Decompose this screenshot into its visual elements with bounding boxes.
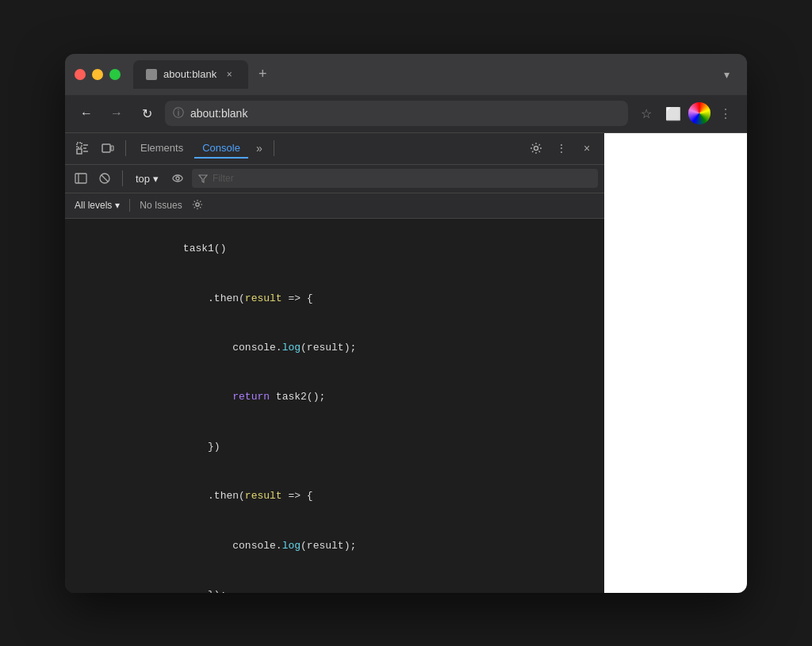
issues-settings-button[interactable] (192, 199, 203, 212)
nav-bar: ← → ↻ ⓘ about:blank ☆ ⬜ ⋮ (65, 95, 747, 133)
devtools-more-button[interactable]: ⋮ (550, 137, 573, 159)
devtools-settings-button[interactable] (525, 137, 547, 159)
more-tabs-button[interactable]: » (251, 139, 267, 158)
bookmark-button[interactable]: ☆ (634, 101, 658, 125)
context-label: top (136, 173, 150, 185)
toolbar-separator-2 (274, 140, 274, 156)
console-filter[interactable]: Filter (192, 169, 598, 188)
svg-point-7 (534, 147, 538, 151)
console-tab[interactable]: Console (194, 139, 248, 159)
code-line-5: }) (84, 422, 595, 472)
console-sidebar-button[interactable] (71, 169, 90, 188)
svg-rect-1 (77, 149, 82, 154)
code-line-8: }); (84, 571, 595, 592)
content-area: Elements Console » ⋮ × (65, 133, 747, 593)
device-mode-button[interactable] (97, 137, 119, 159)
svg-line-11 (102, 175, 108, 182)
menu-button[interactable]: ⋮ (714, 101, 737, 125)
back-button[interactable]: ← (75, 101, 98, 125)
tab-favicon-icon (146, 69, 157, 80)
console-toolbar: top ▾ Filter (65, 165, 604, 193)
svg-point-13 (176, 177, 179, 180)
maximize-window-button[interactable] (109, 69, 121, 80)
active-tab[interactable]: about:blank × (133, 60, 248, 89)
code-block: task1() .then(result => { console.log(re… (65, 219, 604, 593)
nav-actions: ☆ ⬜ ⋮ (634, 101, 737, 125)
forward-button[interactable]: → (105, 101, 128, 125)
tab-dropdown-button[interactable]: ▾ (715, 63, 737, 86)
devtools-close-button[interactable]: × (576, 137, 598, 159)
log-levels-selector[interactable]: All levels ▾ (75, 200, 120, 211)
profile-button[interactable] (688, 102, 710, 124)
tab-close-button[interactable]: × (223, 68, 236, 81)
all-levels-label: All levels (75, 200, 112, 211)
svg-marker-14 (199, 175, 207, 182)
clear-console-button[interactable] (95, 169, 114, 188)
devtools-toolbar: Elements Console » ⋮ × (65, 133, 604, 165)
page-content-area (604, 133, 747, 593)
address-text: about:blank (190, 107, 620, 120)
more-options-icon: ⋮ (556, 142, 567, 155)
new-tab-button[interactable]: + (251, 63, 274, 86)
levels-dropdown-icon: ▾ (115, 200, 120, 211)
svg-rect-6 (111, 146, 113, 151)
svg-rect-0 (77, 143, 82, 147)
code-line-7: console.log(result); (84, 522, 595, 571)
address-bar[interactable]: ⓘ about:blank (165, 101, 628, 126)
devtools-panel: Elements Console » ⋮ × (65, 133, 604, 593)
inspect-element-button[interactable] (71, 137, 94, 159)
tab-bar: about:blank × + ▾ (133, 60, 737, 89)
console-separator (122, 170, 123, 186)
close-devtools-icon: × (584, 142, 590, 155)
levels-separator (129, 199, 130, 212)
address-info-icon: ⓘ (173, 106, 184, 120)
filter-icon (198, 174, 208, 183)
title-bar: about:blank × + ▾ (65, 54, 747, 95)
svg-rect-5 (102, 144, 110, 152)
code-line-1: task1() (84, 225, 595, 274)
svg-point-15 (196, 202, 199, 205)
code-line-6: .then(result => { (84, 472, 595, 521)
svg-rect-8 (75, 174, 86, 183)
filter-placeholder: Filter (213, 173, 234, 184)
toolbar-separator (125, 140, 126, 156)
minimize-window-button[interactable] (92, 69, 103, 80)
reload-button[interactable]: ↻ (135, 101, 159, 125)
context-dropdown-icon: ▾ (153, 173, 159, 185)
context-selector[interactable]: top ▾ (131, 171, 163, 186)
elements-tab[interactable]: Elements (132, 139, 191, 159)
no-issues-label: No Issues (140, 200, 182, 211)
console-output: task1() .then(result => { console.log(re… (65, 219, 604, 593)
console-levels-toolbar: All levels ▾ No Issues (65, 193, 604, 219)
code-line-4: return task2(); (84, 373, 595, 422)
svg-point-12 (173, 175, 182, 182)
close-window-button[interactable] (75, 69, 86, 80)
traffic-lights (75, 69, 121, 80)
extensions-button[interactable]: ⬜ (661, 101, 685, 125)
live-expressions-button[interactable] (168, 169, 187, 188)
code-line-3: console.log(result); (84, 323, 595, 373)
browser-window: about:blank × + ▾ ← → ↻ ⓘ about:blank ☆ … (65, 54, 747, 593)
devtools-right-actions: ⋮ × (525, 137, 598, 159)
code-line-2: .then(result => { (84, 274, 595, 323)
tab-title: about:blank (163, 68, 216, 80)
